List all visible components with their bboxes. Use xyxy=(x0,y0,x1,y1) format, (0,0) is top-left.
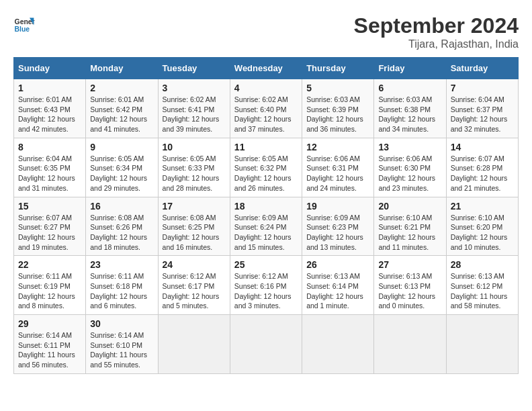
day-detail: Sunrise: 6:12 AMSunset: 6:16 PMDaylight:… xyxy=(234,271,298,311)
table-cell: 6Sunrise: 6:03 AMSunset: 6:38 PMDaylight… xyxy=(374,79,446,138)
table-cell xyxy=(302,315,374,374)
col-sunday: Sunday xyxy=(14,58,86,79)
table-row: 29Sunrise: 6:14 AMSunset: 6:11 PMDayligh… xyxy=(14,315,519,374)
header-row: Sunday Monday Tuesday Wednesday Thursday… xyxy=(14,58,519,79)
table-cell: 29Sunrise: 6:14 AMSunset: 6:11 PMDayligh… xyxy=(14,315,86,374)
table-cell: 21Sunrise: 6:10 AMSunset: 6:20 PMDayligh… xyxy=(446,197,518,256)
table-row: 8Sunrise: 6:04 AMSunset: 6:35 PMDaylight… xyxy=(14,138,519,197)
table-cell: 8Sunrise: 6:04 AMSunset: 6:35 PMDaylight… xyxy=(14,138,86,197)
day-detail: Sunrise: 6:07 AMSunset: 6:27 PMDaylight:… xyxy=(18,213,81,253)
table-cell: 30Sunrise: 6:14 AMSunset: 6:10 PMDayligh… xyxy=(86,315,158,374)
day-detail: Sunrise: 6:02 AMSunset: 6:41 PMDaylight:… xyxy=(163,95,226,134)
day-detail: Sunrise: 6:11 AMSunset: 6:18 PMDaylight:… xyxy=(90,271,153,311)
day-detail: Sunrise: 6:09 AMSunset: 6:24 PMDaylight:… xyxy=(234,213,298,253)
day-number: 7 xyxy=(451,83,514,93)
table-cell: 9Sunrise: 6:05 AMSunset: 6:34 PMDaylight… xyxy=(86,138,158,197)
table-cell: 18Sunrise: 6:09 AMSunset: 6:24 PMDayligh… xyxy=(230,197,302,256)
table-cell: 20Sunrise: 6:10 AMSunset: 6:21 PMDayligh… xyxy=(374,197,446,256)
table-cell: 19Sunrise: 6:09 AMSunset: 6:23 PMDayligh… xyxy=(302,197,374,256)
day-number: 20 xyxy=(378,201,441,212)
col-thursday: Thursday xyxy=(302,58,374,79)
table-cell xyxy=(158,315,230,374)
calendar-body: 1Sunrise: 6:01 AMSunset: 6:43 PMDaylight… xyxy=(14,79,519,374)
day-number: 8 xyxy=(18,142,81,152)
day-number: 28 xyxy=(451,259,514,270)
day-number: 5 xyxy=(306,83,369,93)
day-detail: Sunrise: 6:14 AMSunset: 6:11 PMDaylight:… xyxy=(18,330,81,370)
day-detail: Sunrise: 6:14 AMSunset: 6:10 PMDaylight:… xyxy=(90,330,153,370)
day-detail: Sunrise: 6:04 AMSunset: 6:37 PMDaylight:… xyxy=(451,95,514,134)
day-detail: Sunrise: 6:10 AMSunset: 6:21 PMDaylight:… xyxy=(378,213,441,253)
day-number: 25 xyxy=(234,259,298,270)
day-detail: Sunrise: 6:04 AMSunset: 6:35 PMDaylight:… xyxy=(18,154,81,193)
day-number: 27 xyxy=(378,259,441,270)
day-number: 6 xyxy=(378,83,441,93)
table-cell: 13Sunrise: 6:06 AMSunset: 6:30 PMDayligh… xyxy=(374,138,446,197)
table-cell: 28Sunrise: 6:13 AMSunset: 6:12 PMDayligh… xyxy=(446,256,518,315)
day-number: 23 xyxy=(90,259,153,270)
day-detail: Sunrise: 6:01 AMSunset: 6:43 PMDaylight:… xyxy=(18,95,81,134)
table-cell: 14Sunrise: 6:07 AMSunset: 6:28 PMDayligh… xyxy=(446,138,518,197)
day-number: 4 xyxy=(234,83,298,93)
col-saturday: Saturday xyxy=(446,58,518,79)
calendar-table: Sunday Monday Tuesday Wednesday Thursday… xyxy=(13,57,519,374)
day-number: 26 xyxy=(306,259,369,270)
day-detail: Sunrise: 6:10 AMSunset: 6:20 PMDaylight:… xyxy=(451,213,514,253)
table-cell xyxy=(446,315,518,374)
table-cell: 27Sunrise: 6:13 AMSunset: 6:13 PMDayligh… xyxy=(374,256,446,315)
day-number: 11 xyxy=(234,142,298,152)
day-detail: Sunrise: 6:02 AMSunset: 6:40 PMDaylight:… xyxy=(234,95,298,134)
day-detail: Sunrise: 6:06 AMSunset: 6:30 PMDaylight:… xyxy=(378,154,441,193)
col-tuesday: Tuesday xyxy=(158,58,230,79)
day-detail: Sunrise: 6:01 AMSunset: 6:42 PMDaylight:… xyxy=(90,95,153,134)
day-number: 22 xyxy=(18,259,81,270)
svg-text:Blue: Blue xyxy=(15,26,30,33)
day-detail: Sunrise: 6:05 AMSunset: 6:34 PMDaylight:… xyxy=(90,154,153,193)
table-cell: 12Sunrise: 6:06 AMSunset: 6:31 PMDayligh… xyxy=(302,138,374,197)
day-detail: Sunrise: 6:06 AMSunset: 6:31 PMDaylight:… xyxy=(306,154,369,193)
logo: General Blue xyxy=(13,13,35,35)
day-number: 16 xyxy=(90,201,153,212)
day-number: 17 xyxy=(163,201,226,212)
day-detail: Sunrise: 6:07 AMSunset: 6:28 PMDaylight:… xyxy=(451,154,514,193)
day-detail: Sunrise: 6:05 AMSunset: 6:32 PMDaylight:… xyxy=(234,154,298,193)
day-detail: Sunrise: 6:12 AMSunset: 6:17 PMDaylight:… xyxy=(163,271,226,311)
day-number: 30 xyxy=(90,318,153,329)
table-cell: 15Sunrise: 6:07 AMSunset: 6:27 PMDayligh… xyxy=(14,197,86,256)
table-cell: 10Sunrise: 6:05 AMSunset: 6:33 PMDayligh… xyxy=(158,138,230,197)
logo-icon: General Blue xyxy=(13,13,35,35)
day-detail: Sunrise: 6:11 AMSunset: 6:19 PMDaylight:… xyxy=(18,271,81,311)
day-number: 14 xyxy=(451,142,514,152)
day-detail: Sunrise: 6:03 AMSunset: 6:38 PMDaylight:… xyxy=(378,95,441,134)
day-detail: Sunrise: 6:05 AMSunset: 6:33 PMDaylight:… xyxy=(163,154,226,193)
day-number: 21 xyxy=(451,201,514,212)
day-number: 13 xyxy=(378,142,441,152)
page-subtitle: Tijara, Rajasthan, India xyxy=(354,38,519,50)
col-friday: Friday xyxy=(374,58,446,79)
table-cell: 2Sunrise: 6:01 AMSunset: 6:42 PMDaylight… xyxy=(86,79,158,138)
table-cell: 25Sunrise: 6:12 AMSunset: 6:16 PMDayligh… xyxy=(230,256,302,315)
table-cell: 23Sunrise: 6:11 AMSunset: 6:18 PMDayligh… xyxy=(86,256,158,315)
page-header: General Blue September 2024 Tijara, Raja… xyxy=(13,13,519,50)
page-title: September 2024 xyxy=(354,13,519,38)
day-number: 24 xyxy=(163,259,226,270)
day-detail: Sunrise: 6:13 AMSunset: 6:13 PMDaylight:… xyxy=(378,271,441,311)
day-detail: Sunrise: 6:13 AMSunset: 6:12 PMDaylight:… xyxy=(451,271,514,311)
col-monday: Monday xyxy=(86,58,158,79)
day-number: 29 xyxy=(18,318,81,329)
day-number: 18 xyxy=(234,201,298,212)
table-cell: 11Sunrise: 6:05 AMSunset: 6:32 PMDayligh… xyxy=(230,138,302,197)
table-row: 15Sunrise: 6:07 AMSunset: 6:27 PMDayligh… xyxy=(14,197,519,256)
day-number: 3 xyxy=(163,83,226,93)
day-number: 2 xyxy=(90,83,153,93)
day-detail: Sunrise: 6:09 AMSunset: 6:23 PMDaylight:… xyxy=(306,213,369,253)
table-cell: 22Sunrise: 6:11 AMSunset: 6:19 PMDayligh… xyxy=(14,256,86,315)
title-block: September 2024 Tijara, Rajasthan, India xyxy=(354,13,519,50)
table-cell: 1Sunrise: 6:01 AMSunset: 6:43 PMDaylight… xyxy=(14,79,86,138)
table-cell: 4Sunrise: 6:02 AMSunset: 6:40 PMDaylight… xyxy=(230,79,302,138)
day-number: 10 xyxy=(163,142,226,152)
day-number: 15 xyxy=(18,201,81,212)
table-cell: 7Sunrise: 6:04 AMSunset: 6:37 PMDaylight… xyxy=(446,79,518,138)
table-cell: 26Sunrise: 6:13 AMSunset: 6:14 PMDayligh… xyxy=(302,256,374,315)
day-detail: Sunrise: 6:08 AMSunset: 6:25 PMDaylight:… xyxy=(163,213,226,253)
